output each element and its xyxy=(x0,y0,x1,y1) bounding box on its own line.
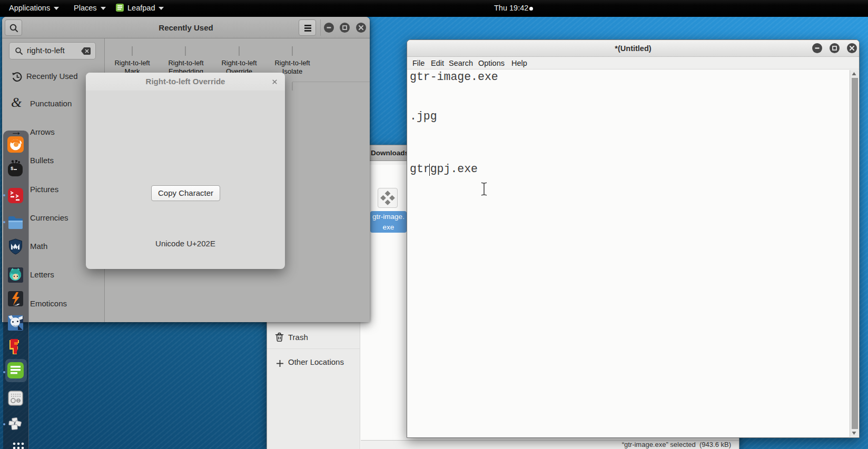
svg-text:$: $ xyxy=(11,166,14,172)
